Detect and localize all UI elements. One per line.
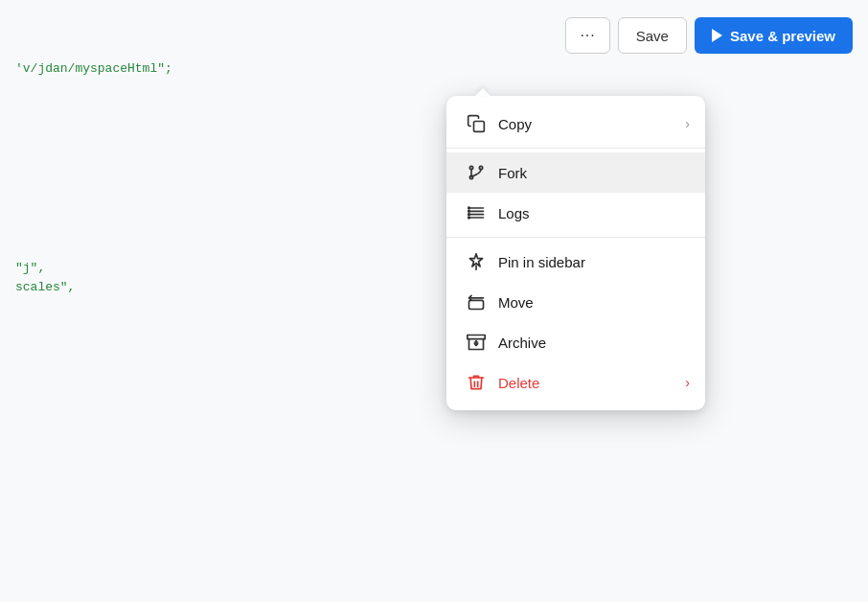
play-icon [712, 29, 722, 42]
menu-item-logs[interactable]: Logs [446, 193, 705, 233]
menu-move-label: Move [498, 294, 534, 311]
code-line-2: "j", [15, 259, 425, 279]
svg-point-12 [468, 217, 470, 219]
toolbar: ··· Save Save & preview [565, 17, 868, 54]
code-area: 'v/jdan/myspaceHtml"; "j", scales", [0, 0, 441, 602]
menu-item-fork[interactable]: Fork [446, 152, 705, 193]
svg-point-10 [468, 211, 470, 213]
svg-point-11 [468, 214, 470, 216]
logs-icon [466, 203, 487, 222]
fork-icon [466, 163, 487, 182]
menu-item-archive[interactable]: Archive [446, 322, 705, 362]
move-icon [466, 292, 487, 312]
menu-archive-label: Archive [498, 335, 546, 351]
more-button[interactable]: ··· [565, 17, 609, 54]
editor-background: 'v/jdan/myspaceHtml"; "j", scales", [0, 0, 868, 602]
dropdown-arrow [475, 88, 491, 96]
menu-delete-label: Delete [498, 375, 539, 391]
menu-fork-label: Fork [498, 165, 527, 181]
divider-2 [446, 237, 705, 238]
divider-1 [446, 148, 705, 149]
menu-pin-label: Pin in sidebar [498, 254, 585, 270]
menu-logs-label: Logs [498, 205, 530, 221]
svg-point-9 [468, 207, 470, 209]
copy-icon [466, 114, 487, 133]
svg-rect-14 [469, 300, 484, 309]
save-preview-label: Save & preview [730, 28, 835, 44]
svg-rect-0 [474, 122, 485, 132]
archive-icon [466, 333, 487, 352]
menu-item-move[interactable]: Move [446, 282, 705, 322]
code-line-3: scales", [15, 278, 425, 298]
dropdown-menu: Copy › Fork [446, 96, 705, 410]
menu-copy-label: Copy [498, 116, 532, 132]
save-preview-button[interactable]: Save & preview [695, 17, 853, 54]
save-button[interactable]: Save [618, 17, 687, 54]
trash-icon [466, 373, 487, 392]
code-line-1: 'v/jdan/myspaceHtml"; [15, 59, 425, 80]
svg-rect-15 [468, 336, 485, 339]
copy-chevron: › [685, 116, 690, 131]
pin-icon [466, 252, 487, 271]
menu-item-pin[interactable]: Pin in sidebar [446, 242, 705, 282]
menu-item-delete[interactable]: Delete › [446, 362, 705, 403]
menu-item-copy[interactable]: Copy › [446, 104, 705, 144]
delete-chevron: › [685, 375, 690, 390]
